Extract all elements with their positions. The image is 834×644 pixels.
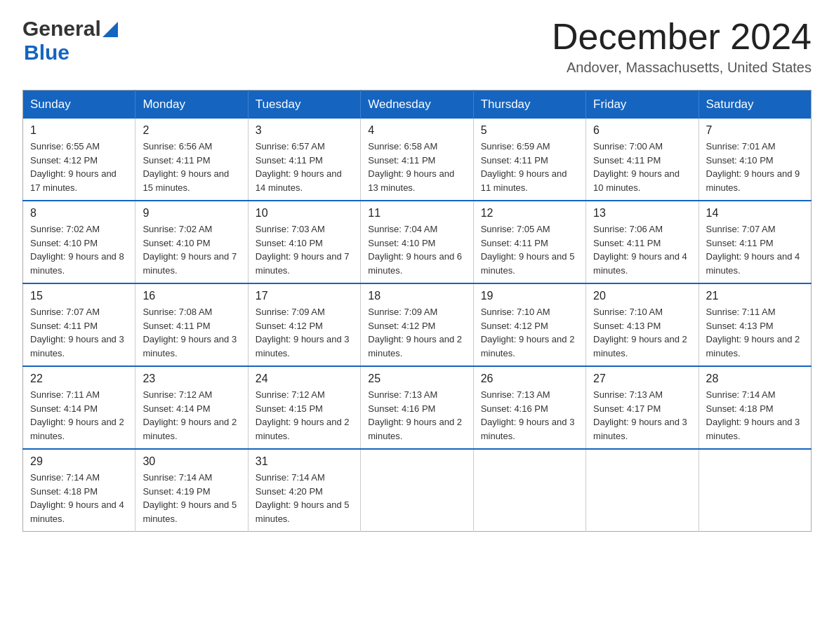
day-info: Sunrise: 7:00 AMSunset: 4:11 PMDaylight:…	[593, 140, 691, 194]
day-info: Sunrise: 7:09 AMSunset: 4:12 PMDaylight:…	[256, 305, 353, 360]
day-number: 9	[143, 207, 240, 220]
day-info: Sunrise: 7:14 AMSunset: 4:20 PMDaylight:…	[256, 471, 353, 525]
calendar-cell: 12Sunrise: 7:05 AMSunset: 4:11 PMDayligh…	[473, 201, 585, 283]
header-wednesday: Wednesday	[361, 90, 473, 119]
day-info: Sunrise: 7:02 AMSunset: 4:10 PMDaylight:…	[143, 222, 240, 277]
header-friday: Friday	[586, 90, 699, 119]
header-saturday: Saturday	[699, 90, 811, 119]
day-number: 21	[706, 290, 804, 302]
calendar-cell: 6Sunrise: 7:00 AMSunset: 4:11 PMDaylight…	[586, 119, 699, 201]
calendar-cell: 5Sunrise: 6:59 AMSunset: 4:11 PMDaylight…	[473, 119, 585, 201]
header-thursday: Thursday	[473, 90, 585, 119]
day-info: Sunrise: 7:12 AMSunset: 4:14 PMDaylight:…	[143, 388, 240, 443]
day-number: 1	[30, 124, 128, 137]
calendar-cell: 13Sunrise: 7:06 AMSunset: 4:11 PMDayligh…	[586, 201, 699, 283]
calendar-cell: 29Sunrise: 7:14 AMSunset: 4:18 PMDayligh…	[23, 449, 135, 532]
calendar-cell	[699, 449, 811, 532]
day-info: Sunrise: 7:05 AMSunset: 4:11 PMDaylight:…	[481, 222, 578, 277]
day-number: 10	[256, 207, 353, 220]
calendar-cell	[586, 449, 699, 532]
day-info: Sunrise: 7:11 AMSunset: 4:13 PMDaylight:…	[706, 305, 804, 360]
calendar-cell: 19Sunrise: 7:10 AMSunset: 4:12 PMDayligh…	[473, 283, 585, 366]
day-info: Sunrise: 7:10 AMSunset: 4:12 PMDaylight:…	[481, 305, 578, 360]
calendar-cell	[361, 449, 473, 532]
page-header: General Blue December 2024 Andover, Mass…	[22, 17, 812, 76]
day-info: Sunrise: 7:14 AMSunset: 4:18 PMDaylight:…	[706, 388, 804, 443]
day-info: Sunrise: 6:59 AMSunset: 4:11 PMDaylight:…	[481, 140, 578, 194]
svg-marker-0	[102, 22, 118, 37]
day-number: 22	[30, 373, 128, 385]
calendar-cell: 22Sunrise: 7:11 AMSunset: 4:14 PMDayligh…	[23, 366, 135, 449]
calendar-table: SundayMondayTuesdayWednesdayThursdayFrid…	[22, 90, 812, 532]
day-number: 14	[706, 207, 804, 220]
logo-general-text: General	[22, 17, 101, 41]
day-info: Sunrise: 7:09 AMSunset: 4:12 PMDaylight:…	[368, 305, 465, 360]
calendar-cell: 10Sunrise: 7:03 AMSunset: 4:10 PMDayligh…	[248, 201, 360, 283]
day-info: Sunrise: 7:13 AMSunset: 4:16 PMDaylight:…	[481, 388, 578, 443]
calendar-cell: 23Sunrise: 7:12 AMSunset: 4:14 PMDayligh…	[135, 366, 248, 449]
day-number: 20	[593, 290, 691, 302]
logo-triangle-icon	[102, 22, 118, 37]
day-info: Sunrise: 7:13 AMSunset: 4:16 PMDaylight:…	[368, 388, 465, 443]
day-info: Sunrise: 6:55 AMSunset: 4:12 PMDaylight:…	[30, 140, 128, 194]
day-info: Sunrise: 7:07 AMSunset: 4:11 PMDaylight:…	[706, 222, 804, 277]
day-number: 24	[256, 373, 353, 385]
day-info: Sunrise: 7:11 AMSunset: 4:14 PMDaylight:…	[30, 388, 128, 443]
day-number: 11	[368, 207, 465, 220]
day-info: Sunrise: 7:07 AMSunset: 4:11 PMDaylight:…	[30, 305, 128, 360]
day-number: 5	[481, 124, 578, 137]
day-info: Sunrise: 6:57 AMSunset: 4:11 PMDaylight:…	[256, 140, 353, 194]
day-number: 30	[143, 455, 240, 468]
day-number: 2	[143, 124, 240, 137]
day-number: 18	[368, 290, 465, 302]
calendar-week-row: 29Sunrise: 7:14 AMSunset: 4:18 PMDayligh…	[23, 449, 812, 532]
calendar-cell: 28Sunrise: 7:14 AMSunset: 4:18 PMDayligh…	[699, 366, 811, 449]
calendar-cell: 7Sunrise: 7:01 AMSunset: 4:10 PMDaylight…	[699, 119, 811, 201]
header-tuesday: Tuesday	[248, 90, 360, 119]
day-number: 29	[30, 455, 128, 468]
calendar-cell: 3Sunrise: 6:57 AMSunset: 4:11 PMDaylight…	[248, 119, 360, 201]
calendar-cell: 27Sunrise: 7:13 AMSunset: 4:17 PMDayligh…	[586, 366, 699, 449]
day-number: 17	[256, 290, 353, 302]
calendar-cell: 17Sunrise: 7:09 AMSunset: 4:12 PMDayligh…	[248, 283, 360, 366]
title-area: December 2024 Andover, Massachusetts, Un…	[552, 17, 812, 76]
day-number: 12	[481, 207, 578, 220]
day-number: 4	[368, 124, 465, 137]
day-info: Sunrise: 7:14 AMSunset: 4:19 PMDaylight:…	[143, 471, 240, 525]
calendar-header-row: SundayMondayTuesdayWednesdayThursdayFrid…	[23, 90, 812, 119]
calendar-cell: 21Sunrise: 7:11 AMSunset: 4:13 PMDayligh…	[699, 283, 811, 366]
day-number: 25	[368, 373, 465, 385]
header-sunday: Sunday	[23, 90, 135, 119]
calendar-cell: 11Sunrise: 7:04 AMSunset: 4:10 PMDayligh…	[361, 201, 473, 283]
calendar-cell: 18Sunrise: 7:09 AMSunset: 4:12 PMDayligh…	[361, 283, 473, 366]
logo-blue-text: Blue	[24, 41, 70, 65]
calendar-cell: 25Sunrise: 7:13 AMSunset: 4:16 PMDayligh…	[361, 366, 473, 449]
calendar-cell: 2Sunrise: 6:56 AMSunset: 4:11 PMDaylight…	[135, 119, 248, 201]
day-number: 15	[30, 290, 128, 302]
day-number: 13	[593, 207, 691, 220]
calendar-week-row: 8Sunrise: 7:02 AMSunset: 4:10 PMDaylight…	[23, 201, 812, 283]
day-number: 31	[256, 455, 353, 468]
calendar-cell: 31Sunrise: 7:14 AMSunset: 4:20 PMDayligh…	[248, 449, 360, 532]
day-info: Sunrise: 7:12 AMSunset: 4:15 PMDaylight:…	[256, 388, 353, 443]
calendar-week-row: 22Sunrise: 7:11 AMSunset: 4:14 PMDayligh…	[23, 366, 812, 449]
day-info: Sunrise: 7:01 AMSunset: 4:10 PMDaylight:…	[706, 140, 804, 194]
month-title: December 2024	[552, 17, 812, 57]
day-number: 8	[30, 207, 128, 220]
day-info: Sunrise: 7:02 AMSunset: 4:10 PMDaylight:…	[30, 222, 128, 277]
location-subtitle: Andover, Massachusetts, United States	[552, 60, 812, 76]
calendar-cell	[473, 449, 585, 532]
calendar-cell: 24Sunrise: 7:12 AMSunset: 4:15 PMDayligh…	[248, 366, 360, 449]
day-number: 19	[481, 290, 578, 302]
day-info: Sunrise: 7:14 AMSunset: 4:18 PMDaylight:…	[30, 471, 128, 525]
day-info: Sunrise: 7:03 AMSunset: 4:10 PMDaylight:…	[256, 222, 353, 277]
calendar-cell: 14Sunrise: 7:07 AMSunset: 4:11 PMDayligh…	[699, 201, 811, 283]
day-info: Sunrise: 6:58 AMSunset: 4:11 PMDaylight:…	[368, 140, 465, 194]
calendar-cell: 20Sunrise: 7:10 AMSunset: 4:13 PMDayligh…	[586, 283, 699, 366]
calendar-cell: 16Sunrise: 7:08 AMSunset: 4:11 PMDayligh…	[135, 283, 248, 366]
day-number: 27	[593, 373, 691, 385]
calendar-cell: 26Sunrise: 7:13 AMSunset: 4:16 PMDayligh…	[473, 366, 585, 449]
day-info: Sunrise: 7:08 AMSunset: 4:11 PMDaylight:…	[143, 305, 240, 360]
day-number: 28	[706, 373, 804, 385]
day-number: 3	[256, 124, 353, 137]
